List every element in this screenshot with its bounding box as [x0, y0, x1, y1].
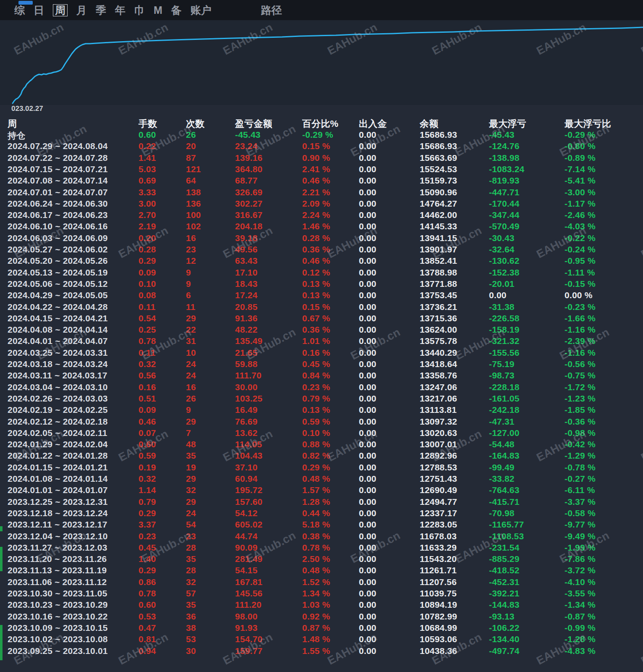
- cell-lots: 0.54: [139, 313, 156, 323]
- table-row[interactable]: 2024.06.17 ~ 2024.06.232.70100316.672.24…: [0, 210, 643, 222]
- cell-lots: 0.47: [139, 623, 156, 633]
- table-row[interactable]: 2023.11.27 ~ 2023.12.030.452890.090.78 %…: [0, 543, 643, 554]
- menu-item-6[interactable]: 年: [115, 5, 125, 16]
- table-row[interactable]: 2024.01.15 ~ 2024.01.210.191937.100.29 %…: [0, 462, 643, 474]
- cell-trades: 35: [186, 554, 196, 564]
- cell-max-dd-pct: -3.00 %: [565, 187, 596, 197]
- menu-item-path[interactable]: 路径: [261, 3, 282, 17]
- table-row[interactable]: 2023.12.04 ~ 2023.12.100.232344.740.38 %…: [0, 531, 643, 543]
- cell-in-out: 0.00: [359, 417, 376, 427]
- cell-max-dd: -764.63: [489, 485, 520, 495]
- table-row[interactable]: 2024.03.25 ~ 2024.03.310.111021.650.16 %…: [0, 348, 643, 360]
- menu-item-10[interactable]: 账户: [191, 5, 212, 16]
- table-row[interactable]: 2023.12.25 ~ 2023.12.310.7929157.601.28 …: [0, 497, 643, 509]
- cell-profit: 114.05: [235, 439, 262, 449]
- table-row[interactable]: 2024.06.10 ~ 2024.06.162.19102204.181.46…: [0, 221, 643, 233]
- menu-item-8[interactable]: M: [154, 5, 162, 16]
- cell-period: 2024.06.17 ~ 2024.06.23: [8, 210, 108, 220]
- cell-profit: 91.36: [235, 313, 258, 323]
- cell-period: 2023.11.06 ~ 2023.11.12: [8, 577, 107, 587]
- table-row[interactable]: 2024.03.18 ~ 2024.03.240.322459.880.45 %…: [0, 359, 643, 371]
- table-row[interactable]: 2024.01.22 ~ 2024.01.280.5935104.430.82 …: [0, 451, 643, 462]
- menu-item-9[interactable]: 备: [171, 5, 182, 16]
- cell-percent: 2.09 %: [302, 199, 330, 209]
- cell-profit: 154.70: [235, 634, 262, 644]
- menu-item-5[interactable]: 季: [96, 5, 106, 16]
- cell-period: 2023.12.04 ~ 2023.12.10: [8, 531, 108, 541]
- cell-period: 2024.06.10 ~ 2024.06.16: [8, 221, 108, 231]
- menu-item-4[interactable]: 月: [76, 5, 87, 16]
- table-row[interactable]: 2024.03.04 ~ 2024.03.100.161630.000.23 %…: [0, 382, 643, 394]
- table-row[interactable]: 2023.10.16 ~ 2023.10.220.533698.000.92 %…: [0, 612, 643, 623]
- cell-lots: 0.09: [139, 268, 156, 278]
- table-row[interactable]: 2023.10.09 ~ 2023.10.150.473891.930.87 %…: [0, 623, 643, 635]
- table-row[interactable]: 2024.05.13 ~ 2024.05.190.09917.100.12 %0…: [0, 268, 643, 279]
- cell-in-out: 0.00: [359, 485, 376, 495]
- cell-lots: 0.09: [139, 405, 156, 415]
- table-row[interactable]: 2024.01.29 ~ 2024.02.040.6048114.050.88 …: [0, 439, 643, 451]
- cell-max-dd-pct: -0.24 %: [565, 244, 596, 255]
- table-row[interactable]: 2023.12.11 ~ 2023.12.173.3754605.025.18 …: [0, 520, 643, 531]
- cell-percent: 0.45 %: [302, 359, 330, 369]
- table-row[interactable]: 2024.05.20 ~ 2024.05.260.291263.430.46 %…: [0, 256, 643, 268]
- table-row[interactable]: 2024.04.22 ~ 2024.04.280.111120.850.15 %…: [0, 302, 643, 314]
- table-row[interactable]: 2024.01.01 ~ 2024.01.071.1432195.721.57 …: [0, 485, 643, 497]
- table-row[interactable]: 2023.12.18 ~ 2023.12.240.292454.120.44 %…: [0, 508, 643, 520]
- table-row[interactable]: 2024.07.01 ~ 2024.07.073.33138326.692.21…: [0, 187, 643, 199]
- table-row[interactable]: 2024.05.27 ~ 2024.06.020.282349.560.36 %…: [0, 244, 643, 256]
- cell-balance: 13358.76: [420, 370, 457, 381]
- cell-period: 2024.05.06 ~ 2024.05.12: [8, 279, 108, 289]
- cell-lots: 3.37: [139, 520, 156, 530]
- cell-profit: 63.43: [235, 256, 258, 266]
- menu-item-7[interactable]: 巾: [134, 5, 145, 16]
- table-row[interactable]: 2023.11.13 ~ 2023.11.190.292854.150.48 %…: [0, 565, 643, 577]
- cell-lots: 手数: [139, 118, 157, 130]
- position-row[interactable]: 持仓0.6026-45.43-0.29 %0.0015686.93-45.43-…: [0, 130, 643, 142]
- cell-profit: 91.93: [235, 623, 258, 633]
- table-row[interactable]: 2024.04.29 ~ 2024.05.050.08617.240.13 %0…: [0, 290, 643, 302]
- table-row[interactable]: 2023.10.30 ~ 2023.11.050.7857145.561.34 …: [0, 588, 643, 600]
- cell-max-dd: -347.44: [489, 210, 520, 220]
- cell-profit: -45.43: [235, 130, 261, 140]
- cell-trades: 7: [186, 428, 191, 438]
- table-row[interactable]: 2024.07.08 ~ 2024.07.140.696468.770.46 %…: [0, 176, 643, 187]
- cell-period: 2023.12.18 ~ 2023.12.24: [8, 508, 108, 518]
- cell-profit: 盈亏金额: [235, 118, 272, 130]
- cell-trades: 23: [186, 531, 196, 541]
- table-row[interactable]: 2023.11.20 ~ 2023.11.261.4035281.492.50 …: [0, 554, 643, 566]
- menu-item-3[interactable]: 周: [53, 4, 68, 16]
- cell-max-dd: -452.31: [489, 577, 520, 587]
- table-row[interactable]: 2024.02.19 ~ 2024.02.250.09916.490.13 %0…: [0, 405, 643, 417]
- cell-max-dd: -45.43: [489, 130, 515, 140]
- table-row[interactable]: 2024.02.05 ~ 2024.02.110.07713.620.10 %0…: [0, 428, 643, 440]
- cell-period: 2023.10.30 ~ 2023.11.05: [8, 588, 107, 598]
- table-row[interactable]: 2024.07.22 ~ 2024.07.281.4187139.160.90 …: [0, 153, 643, 165]
- cell-max-dd: -155.56: [489, 348, 520, 358]
- table-row[interactable]: 2024.06.03 ~ 2024.06.090.201639.180.28 %…: [0, 233, 643, 245]
- cell-trades: 64: [186, 176, 196, 186]
- cell-max-dd-pct: -0.36 %: [565, 417, 596, 427]
- table-row[interactable]: 2023.10.23 ~ 2023.10.290.6035111.201.03 …: [0, 600, 643, 612]
- table-row[interactable]: 2024.04.15 ~ 2024.04.210.542991.360.67 %…: [0, 313, 643, 325]
- table-row[interactable]: 2024.01.08 ~ 2024.01.140.322960.940.48 %…: [0, 474, 643, 486]
- table-row[interactable]: 2023.11.06 ~ 2023.11.120.8632167.811.52 …: [0, 577, 643, 589]
- table-row[interactable]: 2023.10.02 ~ 2023.10.080.8153154.701.48 …: [0, 634, 643, 646]
- cell-period: 2023.10.16 ~ 2023.10.22: [8, 612, 108, 622]
- cell-in-out: 0.00: [359, 256, 376, 266]
- table-row[interactable]: 2024.02.12 ~ 2024.02.180.462976.690.59 %…: [0, 417, 643, 428]
- table-row[interactable]: 2024.05.06 ~ 2024.05.120.10918.430.13 %0…: [0, 279, 643, 291]
- table-row[interactable]: 2024.07.15 ~ 2024.07.215.03121364.802.41…: [0, 164, 643, 176]
- cell-profit: 30.00: [235, 382, 258, 392]
- cell-profit: 13.62: [235, 428, 258, 438]
- menu-item-1[interactable]: 综: [14, 5, 25, 16]
- table-row[interactable]: 2024.03.11 ~ 2024.03.170.5624111.700.84 …: [0, 370, 643, 382]
- table-row[interactable]: 2024.02.26 ~ 2024.03.030.5126103.250.79 …: [0, 394, 643, 405]
- menu-item-2[interactable]: 日: [34, 5, 44, 16]
- table-row[interactable]: 2024.06.24 ~ 2024.06.303.00136302.272.09…: [0, 199, 643, 210]
- cell-in-out: 0.00: [359, 199, 376, 209]
- table-row[interactable]: 2024.07.29 ~ 2024.08.040.222023.240.15 %…: [0, 141, 643, 153]
- table-row[interactable]: 2023.09.25 ~ 2023.10.010.9430159.771.55 …: [0, 646, 643, 658]
- table-row[interactable]: 2024.04.01 ~ 2024.04.070.7831135.491.01 …: [0, 336, 643, 348]
- table-row[interactable]: 2024.04.08 ~ 2024.04.140.252248.220.36 %…: [0, 325, 643, 336]
- cell-profit: 195.72: [235, 485, 262, 495]
